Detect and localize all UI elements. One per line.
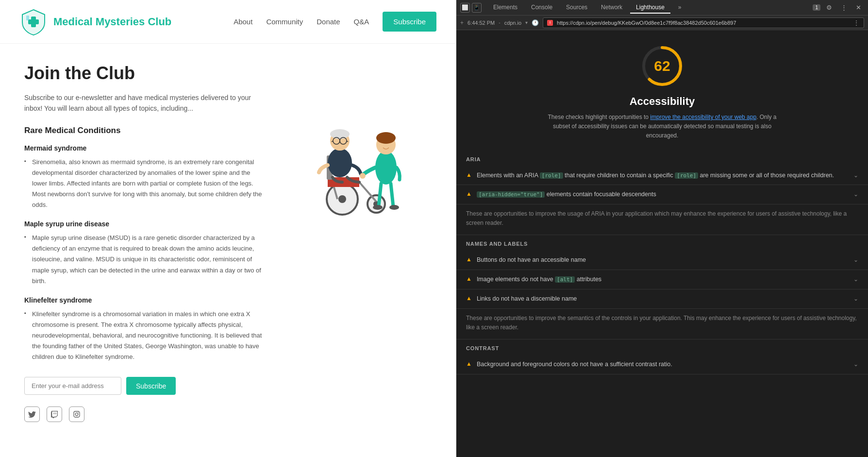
chevron-icon-1: ⌄ xyxy=(853,191,858,198)
aria-audit-text-1: [aria-hidden="true"] elements contain fo… xyxy=(477,190,849,199)
names-audit-item-0[interactable]: ▲ Buttons do not have an accessible name… xyxy=(456,251,868,270)
svg-point-11 xyxy=(328,148,352,177)
condition-text-1: Maple syrup urine disease (MSUD) is a ra… xyxy=(24,233,267,286)
page-title: Join the Club xyxy=(24,63,267,84)
tab-lighthouse[interactable]: Lighthouse xyxy=(630,2,670,14)
url-text: https://cdpn.io/pen/debug/KKebGwO/0d8ee1… xyxy=(557,20,849,26)
site-title: Medical Mysteries Club xyxy=(53,16,171,28)
page-description: Subscribe to our e-newsletter and have m… xyxy=(24,92,267,114)
names-audit-text-0: Buttons do not have an accessible name xyxy=(477,255,849,265)
names-labels-section-header: NAMES AND LABELS xyxy=(456,235,868,251)
back-icon: + xyxy=(460,19,464,26)
warning-icon-1: ▲ xyxy=(466,190,472,197)
navbar: Medical Mysteries Club About Community D… xyxy=(0,0,456,44)
content-left: Join the Club Subscribe to our e-newslet… xyxy=(24,63,267,447)
svg-point-4 xyxy=(75,413,78,416)
website-panel: Medical Mysteries Club About Community D… xyxy=(0,0,456,457)
time-separator: - xyxy=(499,20,500,25)
email-input[interactable] xyxy=(24,377,121,395)
nav-qa[interactable]: Q&A xyxy=(354,17,369,26)
aria-usage-note: These are opportunities to improve the u… xyxy=(456,204,868,235)
subscribe-form: Subscribe xyxy=(24,377,267,395)
devtools-icons: 1 ⚙ ⋮ ✕ xyxy=(813,2,864,14)
aria-audit-text-0: Elements with an ARIA [role] that requir… xyxy=(477,171,849,180)
tab-network[interactable]: Network xyxy=(595,2,628,14)
nav-links: About Community Donate Q&A Subscribe xyxy=(234,12,436,32)
devtools-domain: cdpn.io xyxy=(504,20,521,26)
nav-logo: Medical Mysteries Club xyxy=(19,8,171,36)
url-favicon: ! xyxy=(547,20,553,26)
condition-title-2: Klinefelter syndrome xyxy=(24,296,267,304)
svg-point-5 xyxy=(78,412,79,413)
main-content: Join the Club Subscribe to our e-newslet… xyxy=(0,44,456,457)
warning-icon-names-0: ▲ xyxy=(466,256,472,263)
devtools-time: 6:44:52 PM xyxy=(467,20,495,26)
instagram-icon[interactable] xyxy=(69,406,84,422)
conditions-section-title: Rare Medical Conditions xyxy=(24,126,267,135)
names-audit-item-1[interactable]: ▲ Image elements do not have [alt] attri… xyxy=(456,270,868,289)
svg-rect-3 xyxy=(74,411,80,417)
illustration-container xyxy=(277,63,432,447)
svg-point-21 xyxy=(376,132,396,144)
form-subscribe-button[interactable]: Subscribe xyxy=(126,377,176,395)
names-audit-text-2: Links do not have a discernible name xyxy=(477,294,849,304)
devtools-urlbar: + 6:44:52 PM - cdpn.io ▾ 🕐 ! https://cdp… xyxy=(456,16,868,30)
wheelchair-illustration xyxy=(284,92,425,219)
inspect-icon[interactable]: ⬜ xyxy=(460,3,470,13)
accessibility-title: Accessibility xyxy=(630,95,695,108)
svg-point-24 xyxy=(360,173,366,179)
settings-icon[interactable]: ⚙ xyxy=(823,2,835,14)
dropdown-icon: ▾ xyxy=(525,20,528,25)
chevron-contrast: ⌄ xyxy=(853,361,858,368)
nav-about[interactable]: About xyxy=(234,17,252,26)
nav-arrows: + xyxy=(460,19,464,26)
url-kebab[interactable]: ⋮ xyxy=(853,19,860,27)
aria-audit-item-1[interactable]: ▲ [aria-hidden="true"] elements contain … xyxy=(456,185,868,204)
condition-title-0: Mermaid syndrome xyxy=(24,144,267,152)
kebab-menu-icon[interactable]: ⋮ xyxy=(838,2,850,14)
devtools-url-bar[interactable]: ! https://cdpn.io/pen/debug/KKebGwO/0d8e… xyxy=(543,17,864,28)
accessibility-link[interactable]: improve the accessibility of your web ap… xyxy=(650,114,756,120)
chevron-names-1: ⌄ xyxy=(853,276,858,283)
svg-rect-2 xyxy=(26,16,29,20)
twitter-icon[interactable] xyxy=(24,406,40,422)
twitch-icon[interactable] xyxy=(47,406,62,422)
condition-title-1: Maple syrup urine disease xyxy=(24,220,267,228)
contrast-audit-item-0[interactable]: ▲ Background and foreground colors do no… xyxy=(456,355,868,374)
names-audit-item-2[interactable]: ▲ Links do not have a discernible name ⌄ xyxy=(456,289,868,309)
close-icon[interactable]: ✕ xyxy=(852,2,864,14)
svg-point-19 xyxy=(375,151,397,185)
devtools-tabbar: ⬜ 📱 Elements Console Sources Network Lig… xyxy=(456,0,868,16)
social-icons xyxy=(24,406,267,422)
tab-console[interactable]: Console xyxy=(525,2,558,14)
names-labels-note: These are opportunities to improve the s… xyxy=(456,309,868,339)
condition-text-2: Klinefelter syndrome is a chromosomal va… xyxy=(24,309,267,362)
svg-point-7 xyxy=(338,195,346,203)
nav-donate[interactable]: Donate xyxy=(317,17,340,26)
names-audit-text-1: Image elements do not have [alt] attribu… xyxy=(477,275,849,284)
score-circle: 62 xyxy=(641,45,684,87)
nav-community[interactable]: Community xyxy=(266,17,303,26)
tab-sources[interactable]: Sources xyxy=(560,2,593,14)
condition-text-0: Sirenomelia, also known as mermaid syndr… xyxy=(24,157,267,210)
contrast-section-header: CONTRAST xyxy=(456,339,868,355)
svg-point-23 xyxy=(389,205,399,210)
warning-icon-names-1: ▲ xyxy=(466,275,472,282)
warning-icon-names-2: ▲ xyxy=(466,295,472,302)
clock-icon: 🕐 xyxy=(532,19,539,26)
nav-subscribe-button[interactable]: Subscribe xyxy=(383,12,436,32)
aria-section-header: ARIA xyxy=(456,151,868,166)
notification-badge: 1 xyxy=(813,4,820,11)
tab-elements[interactable]: Elements xyxy=(487,2,523,14)
chevron-names-2: ⌄ xyxy=(853,295,858,302)
svg-rect-1 xyxy=(28,19,39,24)
tab-more[interactable]: » xyxy=(672,2,687,14)
devtools-panel: ⬜ 📱 Elements Console Sources Network Lig… xyxy=(456,0,868,457)
contrast-audit-text-0: Background and foreground colors do not … xyxy=(477,360,849,369)
warning-icon-contrast: ▲ xyxy=(466,360,472,367)
accessibility-description: These checks highlight opportunities to … xyxy=(546,113,779,141)
lighthouse-score-section: 62 Accessibility These checks highlight … xyxy=(456,30,868,151)
device-icon[interactable]: 📱 xyxy=(472,3,482,13)
aria-audit-item-0[interactable]: ▲ Elements with an ARIA [role] that requ… xyxy=(456,166,868,186)
svg-point-13 xyxy=(330,129,350,139)
